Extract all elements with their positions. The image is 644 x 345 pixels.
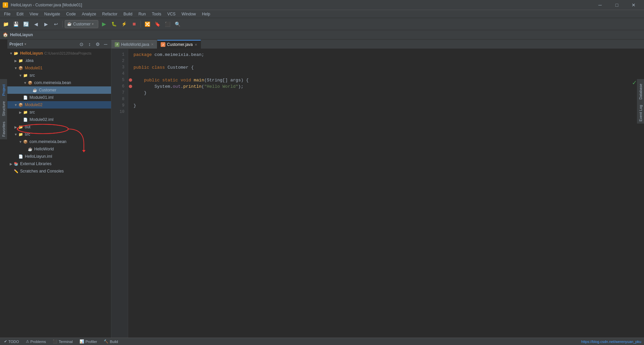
- left-tab-structure[interactable]: Structure: [1, 98, 7, 119]
- module01-label: Module01: [25, 66, 43, 70]
- tab-customer[interactable]: J Customer.java ✕: [157, 40, 201, 49]
- tree-module01-iml[interactable]: ▶ 📄 Module01.iml: [7, 94, 111, 101]
- close-button[interactable]: ✕: [626, 0, 641, 10]
- customer-java-icon: ☕: [32, 87, 38, 93]
- customer-tab-icon: J: [161, 42, 165, 47]
- toolbar-bookmark-btn[interactable]: 🔖: [153, 20, 162, 28]
- toolbar-search-btn[interactable]: 🔍: [173, 20, 182, 28]
- tree-root[interactable]: ▼ 📂 HelloLiayun C:\Users\32120\IdeaProje…: [7, 50, 111, 57]
- package-icon: 📦: [28, 80, 33, 85]
- panel-settings-btn[interactable]: ⚙: [94, 41, 101, 48]
- menu-window[interactable]: Window: [179, 11, 199, 17]
- right-tab-database[interactable]: Database: [638, 82, 644, 101]
- tab-helloworld[interactable]: J HelloWorld.java ✕: [111, 40, 157, 49]
- module02-arrow: ▼: [13, 103, 18, 107]
- tree-helloworld-java[interactable]: ▶ ☕ HelloWorld: [7, 145, 111, 153]
- idea-arrow: ▶: [13, 59, 18, 63]
- tree-module01-src[interactable]: ▼ 📁 src: [7, 72, 111, 79]
- helloworld-tab-icon: J: [115, 42, 119, 47]
- right-panel-tabs: Database Event Log: [637, 79, 644, 124]
- menu-build[interactable]: Build: [121, 11, 135, 17]
- todo-label: TODO: [8, 340, 19, 344]
- menu-tools[interactable]: Tools: [149, 11, 164, 17]
- menu-analyze[interactable]: Analyze: [79, 11, 99, 17]
- tree-package-root[interactable]: ▼ 📦 com.meimeixia.bean: [7, 138, 111, 145]
- extlib-label: External Libraries: [20, 161, 51, 166]
- package-root-arrow: ▼: [18, 140, 23, 144]
- toolbar-open-btn[interactable]: 📁: [1, 20, 10, 28]
- stop-button[interactable]: ⏹: [130, 20, 139, 28]
- toolbar-terminal-btn[interactable]: ⬛: [163, 20, 172, 28]
- tree-external-libraries[interactable]: ▶ 📚 External Libraries: [7, 160, 111, 167]
- kw-package: package: [133, 52, 152, 58]
- problems-btn[interactable]: ⚠ Problems: [24, 339, 47, 344]
- restore-button[interactable]: □: [609, 0, 625, 10]
- tree-src-root[interactable]: ▼ 📁 src: [7, 131, 111, 138]
- minimize-button[interactable]: ─: [592, 0, 608, 10]
- extlib-icon: 📚: [13, 161, 19, 166]
- customer-tab-close[interactable]: ✕: [195, 43, 197, 47]
- tree-helloliayun-iml[interactable]: ▶ 📄 HelloLiayun.iml: [7, 153, 111, 160]
- todo-btn[interactable]: ✔ TODO: [3, 339, 20, 344]
- left-tab-favorites[interactable]: Favorites: [1, 119, 7, 139]
- toolbar-undo-btn[interactable]: ↩: [52, 20, 60, 28]
- left-tab-project[interactable]: Project: [1, 82, 7, 98]
- line-numbers: 1 2 3 4 5 6 7 8 9 10: [111, 49, 128, 338]
- panel-dropdown-arrow: ▾: [24, 42, 26, 46]
- helloworld-tab-close[interactable]: ✕: [151, 43, 154, 46]
- run-button[interactable]: ▶: [100, 20, 108, 28]
- tree-scratches[interactable]: ▶ ✏️ Scratches and Consoles: [7, 167, 111, 175]
- menu-view[interactable]: View: [27, 11, 41, 17]
- dropdown-arrow-icon: ▾: [92, 22, 94, 26]
- module01-src-label: src: [30, 73, 35, 78]
- code-line-2: [133, 58, 639, 64]
- toolbar-forward-btn[interactable]: ▶: [42, 20, 50, 28]
- code-editor[interactable]: package com.meimeixia.bean; ▶ public cla…: [128, 49, 644, 338]
- sort-btn[interactable]: ↕: [86, 41, 93, 48]
- root-arrow: ▼: [9, 52, 13, 55]
- tree-customer-java[interactable]: ▶ ☕ Customer: [7, 86, 111, 94]
- menu-file[interactable]: File: [1, 11, 13, 17]
- scope-toggle-btn[interactable]: ⊙: [78, 41, 85, 48]
- tree-module02-src[interactable]: ▶ 📁 src: [7, 109, 111, 116]
- menu-code[interactable]: Code: [63, 11, 78, 17]
- toolbar-git-btn[interactable]: 🔀: [143, 20, 152, 28]
- tree-package[interactable]: ▼ 📦 com.meimeixia.bean: [7, 79, 111, 86]
- project-tree: ▼ 📂 HelloLiayun C:\Users\32120\IdeaProje…: [7, 49, 111, 176]
- module02-src-icon: 📁: [23, 110, 28, 115]
- src-root-label: src: [25, 132, 30, 137]
- toolbar-sync-btn[interactable]: 🔄: [21, 20, 30, 28]
- window-controls[interactable]: ─ □ ✕: [592, 0, 641, 10]
- module02-src-label: src: [30, 110, 35, 115]
- code-line-5: ▶ public static void main(String[] args)…: [133, 77, 639, 83]
- tree-module02-iml[interactable]: ▶ 📄 Module02.iml: [7, 116, 111, 123]
- menu-vcs[interactable]: VCS: [165, 11, 178, 17]
- menu-refactor[interactable]: Refactor: [100, 11, 120, 17]
- right-tab-eventlog[interactable]: Event Log: [638, 103, 644, 124]
- status-url: https://blog.csdn.net/werenyuan_pku: [581, 340, 641, 344]
- build-btn[interactable]: 🔨 Build: [102, 339, 119, 344]
- menu-edit[interactable]: Edit: [14, 11, 26, 17]
- menu-run[interactable]: Run: [136, 11, 149, 17]
- menu-help[interactable]: Help: [199, 11, 213, 17]
- profiler-btn[interactable]: 📊 Profiler: [78, 339, 99, 344]
- project-title-bar: 🏠 HelloLiayun: [0, 30, 644, 40]
- run-with-coverage-btn[interactable]: ⚡: [120, 20, 128, 28]
- module02-icon: 📦: [18, 102, 23, 108]
- tree-out[interactable]: ▶ 📁 out: [7, 123, 111, 131]
- terminal-btn[interactable]: ⬛ Terminal: [51, 339, 74, 344]
- tree-module02[interactable]: ▼ 📦 Module02: [7, 101, 111, 109]
- debug-button[interactable]: 🐛: [110, 20, 118, 28]
- code-line-3: ▶ public class Customer {: [133, 64, 639, 71]
- toolbar-save-btn[interactable]: 💾: [11, 20, 20, 28]
- toolbar-back-btn[interactable]: ◀: [32, 20, 40, 28]
- panel-minimize-btn[interactable]: ─: [102, 41, 109, 48]
- tree-idea[interactable]: ▶ 📁 .idea: [7, 57, 111, 64]
- menu-navigate[interactable]: Navigate: [42, 11, 63, 17]
- out-label: out: [25, 125, 31, 129]
- module02-src-arrow: ▶: [18, 111, 23, 114]
- editor-status-check: ✓: [632, 79, 637, 86]
- tree-module01[interactable]: ▼ 📦 Module01: [7, 64, 111, 72]
- scratches-label: Scratches and Consoles: [20, 169, 64, 174]
- run-config-dropdown[interactable]: ☕ Customer ▾: [65, 20, 98, 28]
